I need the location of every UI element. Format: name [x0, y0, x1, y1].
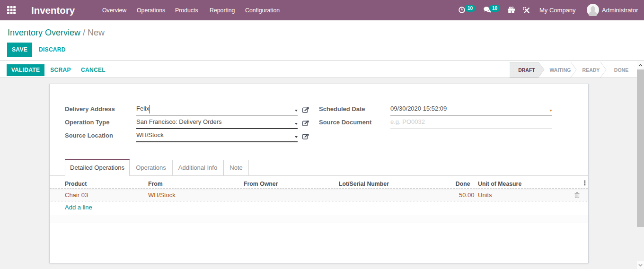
svg-text:DONE: DONE — [614, 67, 628, 73]
svg-text:DRAFT: DRAFT — [518, 67, 535, 73]
svg-text:READY: READY — [582, 67, 600, 73]
svg-text:WAITING: WAITING — [550, 67, 571, 73]
